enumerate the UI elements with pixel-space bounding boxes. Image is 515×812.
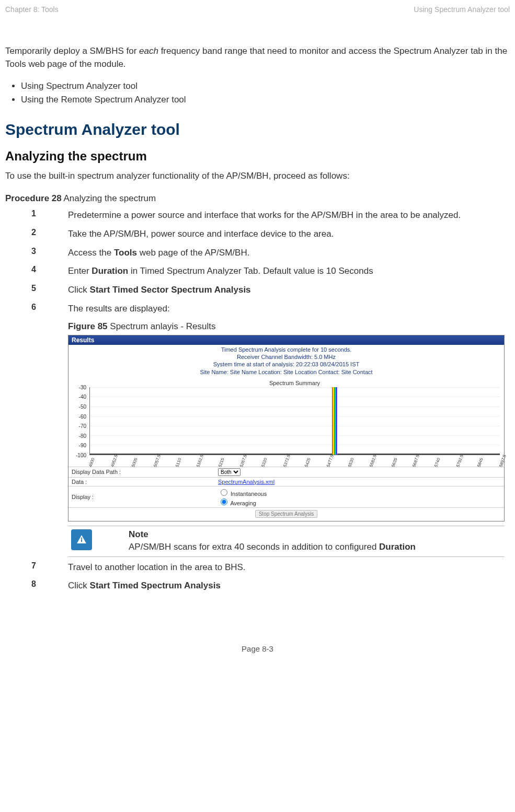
step-text: The results are displayed: [68,303,170,315]
figure-title: Spectrum anlayis - Results [108,321,216,331]
spectrum-peak [332,387,337,455]
radio-averaging[interactable]: Averaging [218,500,256,506]
x-tick: 5582.5 [369,454,377,468]
step-number: 1 [31,209,68,218]
page-footer: Page 8-3 [5,644,510,653]
stop-row: Stop Spectrum Analysis [68,507,504,521]
data-link[interactable]: SpectrumAnalysis.xml [218,479,274,485]
y-tick: -80 [79,433,86,438]
x-tick: 5005 [131,457,139,468]
step-5: 5 Click Start Timed Sector Spectrum Anal… [5,284,510,296]
step-number: 6 [31,303,68,312]
chart-x-axis: 4900 4952.5 5005 5057.5 5110 5162.5 5215… [89,456,500,467]
control-display-data-path: Display Data Path : Both [68,467,504,477]
x-tick: 5687.5 [412,454,421,468]
y-tick: -40 [79,394,86,400]
x-tick: 5635 [391,457,398,468]
step-text: Click Start Timed Sector Spectrum Analys… [68,284,251,296]
bullet-item: Using Spectrum Analyzer tool [21,81,510,91]
step-2: 2 Take the AP/SM/BH, power source and in… [5,228,510,240]
chart-subtitle: Spectrum Summary [89,380,500,386]
radio-input[interactable] [221,489,227,496]
step-text: Enter Duration in Timed Spectrum Analyze… [68,265,373,277]
info-triangle-icon [75,533,88,546]
note-text: Note AP/SM/BH scans for extra 40 seconds… [129,529,416,553]
x-tick: 5267.5 [239,454,248,468]
step-text: Access the Tools web page of the AP/SM/B… [68,247,249,259]
step-text: Click Start Timed Spectrum Analysis [68,579,221,592]
gridline [90,416,500,416]
step-3: 3 Access the Tools web page of the AP/SM… [5,247,510,259]
bold-term: Duration [91,266,128,276]
control-label: Display Data Path : [72,469,218,475]
bold-term: Duration [379,542,416,552]
gridline [90,387,500,388]
spectrum-chart: Spectrum Summary -30 -40 -50 -60 -70 -80… [68,378,504,467]
radio-input[interactable] [221,498,227,505]
control-label: Display : [72,494,218,500]
procedure-name: Analyzing the spectrum [62,193,156,203]
step-number: 8 [31,579,68,589]
step-8: 8 Click Start Timed Spectrum Analysis [5,579,510,592]
control-data: Data : SpectrumAnalysis.xml [68,477,504,486]
x-tick: 4900 [88,457,96,468]
y-tick: -30 [79,384,86,390]
header-right: Using Spectrum Analyzer tool [414,5,510,14]
x-tick: 5530 [347,457,355,468]
header-left: Chapter 8: Tools [5,5,59,14]
x-tick: 5320 [261,457,269,468]
svg-rect-1 [81,539,82,542]
noise-floor-line [90,454,500,455]
x-tick: 5897.5 [498,454,507,468]
step-text: Predetermine a power source and interfac… [68,209,461,222]
radio-instantaneous[interactable]: Instantaneous [218,491,267,497]
step-number: 3 [31,247,68,256]
figure-caption: Figure 85 Spectrum anlayis - Results [68,321,510,332]
display-radio-group: Instantaneous Averaging [218,488,271,506]
y-tick: -70 [79,423,86,429]
x-tick: 5425 [304,457,312,468]
svg-point-0 [81,538,83,539]
step-1: 1 Predetermine a power source and interf… [5,209,510,222]
page-header: Chapter 8: Tools Using Spectrum Analyzer… [5,5,510,14]
bold-term: Start Timed Sector Spectrum Analysis [90,285,251,295]
subsection-title: Analyzing the spectrum [5,149,510,164]
note-icon [71,529,92,550]
step-number: 7 [31,561,68,571]
step-text: Take the AP/SM/BH, power source and inte… [68,228,334,240]
note-body: AP/SM/BH scans for extra 40 seconds in a… [129,541,416,553]
step-6: 6 The results are displayed: [5,303,510,315]
chart-y-axis: -30 -40 -50 -60 -70 -80 -90 -100 [71,387,86,455]
y-tick: -60 [79,413,86,419]
procedure-number: Procedure 28 [5,193,62,203]
intro-emphasis: each [139,46,158,56]
x-tick: 5477.5 [326,454,335,468]
step-number: 4 [31,265,68,274]
y-tick: -50 [79,404,86,410]
stop-spectrum-button[interactable]: Stop Spectrum Analysis [255,510,318,518]
gridline [90,445,500,445]
control-label: Data : [72,479,218,485]
control-display-mode: Display : Instantaneous Averaging [68,486,504,507]
display-path-select[interactable]: Both [218,468,241,476]
gridline [90,397,500,397]
bold-term: Start Timed Spectrum Analysis [90,581,221,590]
step-number: 2 [31,228,68,237]
y-tick: -90 [79,443,86,448]
x-tick: 5110 [175,457,182,468]
intro-paragraph: Temporarily deploy a SM/BHS for each fre… [5,45,510,71]
x-tick: 5792.5 [455,454,464,468]
gridline [90,435,500,436]
gridline [90,426,500,426]
figure-results-panel: Results Timed Spectrum Analysis complete… [68,335,505,521]
gridline [90,407,500,407]
step-4: 4 Enter Duration in Timed Spectrum Analy… [5,265,510,277]
page: Chapter 8: Tools Using Spectrum Analyzer… [0,0,515,669]
results-title-bar: Results [68,335,504,345]
x-tick: 5215 [218,457,225,468]
bold-term: Tools [114,248,137,258]
step-7: 7 Travel to another location in the area… [5,561,510,574]
chart-plot-area [89,387,500,455]
procedure-label: Procedure 28 Analyzing the spectrum [5,193,510,204]
x-tick: 5162.5 [196,454,205,468]
